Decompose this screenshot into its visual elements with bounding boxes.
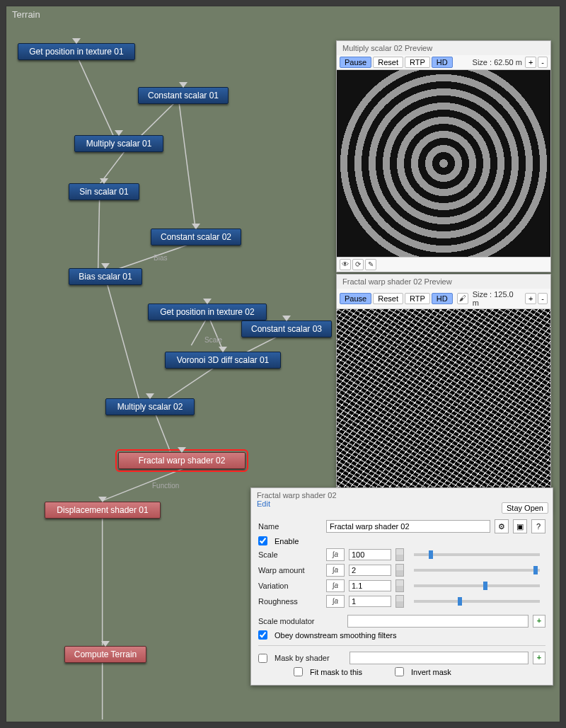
refresh-icon[interactable]: ⟳ (352, 259, 364, 270)
preview2-image[interactable] (337, 309, 550, 496)
enable-checkbox[interactable] (258, 536, 267, 545)
preview2-pause-button[interactable]: Pause (340, 293, 371, 304)
preview1-image[interactable] (337, 70, 550, 257)
parameters-panel-fractal-warp[interactable]: Fractal warp shader 02 Edit Stay Open Na… (250, 487, 553, 686)
invert-mask-label: Invert mask (411, 668, 451, 676)
node-constant-scalar-03[interactable]: Constant scalar 03 (241, 320, 332, 337)
svg-line-1 (141, 99, 179, 137)
obey-checkbox[interactable] (258, 630, 267, 640)
preview2-zoom-in-button[interactable]: + (525, 293, 536, 304)
node-constant-scalar-01[interactable]: Constant scalar 01 (138, 87, 229, 104)
node-fractal-warp-shader-02[interactable]: Fractal warp shader 02 (118, 452, 246, 469)
function-icon[interactable]: ∫a (326, 579, 345, 592)
scale-slider[interactable] (414, 553, 540, 556)
roughness-label: Roughness (258, 597, 322, 606)
variation-input[interactable] (349, 580, 391, 591)
preview1-size-label: Size : 62.50 m (471, 58, 524, 67)
preview1-bottom-bar: 👁 ⟳ ✎ (337, 257, 550, 272)
wire-label-scale: Scale (204, 336, 222, 344)
preview2-size-label: Size : 125.0 m (471, 290, 524, 307)
variation-slider[interactable] (414, 584, 540, 587)
canvas-title: Terrain (12, 9, 40, 20)
roughness-input[interactable] (349, 596, 391, 607)
roughness-spinner[interactable] (395, 595, 404, 608)
enable-label: Enable (275, 537, 299, 545)
help-button[interactable]: ? (531, 519, 545, 533)
name-label: Name (258, 522, 322, 531)
preview2-title: Fractal warp shader 02 Preview (337, 275, 550, 289)
scale-label: Scale (258, 550, 322, 559)
name-input[interactable] (326, 520, 490, 533)
node-sin-scalar-01[interactable]: Sin scalar 01 (69, 183, 139, 200)
preview1-pause-button[interactable]: Pause (340, 57, 371, 68)
preview1-zoom-out-button[interactable]: - (538, 57, 548, 68)
divider (258, 645, 545, 646)
preview1-hd-button[interactable]: HD (432, 57, 453, 68)
variation-label: Variation (258, 582, 322, 590)
preview-fractal-warp-02[interactable]: Fractal warp shader 02 Preview Pause Res… (336, 274, 551, 512)
warp-label: Warp amount (258, 566, 322, 574)
node-bias-scalar-01[interactable]: Bias scalar 01 (69, 268, 142, 285)
preview2-reset-button[interactable]: Reset (373, 293, 403, 304)
add-scale-mod-button[interactable]: + (533, 615, 545, 628)
preview1-title: Multiply scalar 02 Preview (337, 41, 550, 55)
preview1-toolbar: Pause Reset RTP HD Size : 62.50 m + - (337, 55, 550, 70)
function-icon[interactable]: ∫a (326, 548, 345, 561)
function-icon[interactable]: ∫a (326, 595, 345, 608)
svg-line-10 (167, 365, 218, 399)
preview2-zoom-out-button[interactable]: - (538, 293, 548, 304)
preview-multiply-scalar-02[interactable]: Multiply scalar 02 Preview Pause Reset R… (336, 40, 551, 272)
node-get-position-02[interactable]: Get position in texture 02 (148, 304, 267, 320)
preview-icon[interactable]: ▣ (513, 519, 527, 533)
svg-line-4 (98, 197, 100, 269)
function-icon[interactable]: ∫a (326, 564, 345, 577)
svg-line-11 (154, 412, 170, 451)
preview2-rtp-button[interactable]: RTP (405, 293, 430, 304)
svg-line-0 (77, 56, 114, 137)
picker-icon[interactable]: ✎ (365, 259, 376, 270)
svg-line-6 (107, 282, 139, 399)
preview1-reset-button[interactable]: Reset (373, 57, 403, 68)
stay-open-button[interactable]: Stay Open (502, 502, 548, 514)
add-mask-button[interactable]: + (533, 652, 545, 664)
preview2-hd-button[interactable]: HD (432, 293, 453, 304)
wire-label-bias: Bias (154, 254, 167, 262)
obey-label: Obey downstream smoothing filters (275, 631, 396, 640)
scale-input[interactable] (349, 549, 391, 560)
eye-icon[interactable]: 👁 (340, 259, 351, 270)
node-displacement-shader-01[interactable]: Displacement shader 01 (45, 502, 161, 519)
fit-mask-label: Fit mask to this (310, 668, 362, 676)
wire-label-function: Function (152, 482, 179, 490)
warp-spinner[interactable] (395, 564, 404, 577)
warp-slider[interactable] (414, 569, 540, 572)
node-multiply-scalar-02[interactable]: Multiply scalar 02 (105, 398, 195, 415)
node-graph-canvas[interactable]: Terrain Bias Scale Function Get position… (6, 6, 560, 722)
preview1-rtp-button[interactable]: RTP (405, 57, 430, 68)
mask-shader-input[interactable] (350, 652, 529, 664)
edit-link[interactable]: Edit (257, 499, 270, 508)
warp-input[interactable] (349, 565, 391, 576)
node-compute-terrain[interactable]: Compute Terrain (64, 646, 146, 663)
node-get-position-01[interactable]: Get position in texture 01 (18, 43, 135, 60)
mask-checkbox[interactable] (258, 654, 267, 663)
scale-modulator-input[interactable] (347, 615, 529, 628)
node-constant-scalar-02[interactable]: Constant scalar 02 (151, 229, 241, 245)
fit-mask-checkbox[interactable] (294, 667, 303, 676)
scale-mod-label: Scale modulator (258, 617, 343, 625)
param-title: Fractal warp shader 02 (257, 491, 337, 499)
scale-spinner[interactable] (395, 548, 404, 561)
mask-label: Mask by shader (275, 654, 345, 662)
invert-mask-checkbox[interactable] (395, 667, 404, 676)
node-multiply-scalar-01[interactable]: Multiply scalar 01 (74, 135, 163, 152)
roughness-slider[interactable] (414, 600, 540, 603)
brush-icon[interactable]: 🖌 (457, 293, 468, 304)
gear-icon[interactable]: ⚙ (495, 519, 509, 533)
svg-line-2 (178, 99, 195, 230)
preview2-toolbar: Pause Reset RTP HD 🖌 Size : 125.0 m + - (337, 289, 550, 309)
variation-spinner[interactable] (395, 579, 404, 592)
node-voronoi-3d-diff[interactable]: Voronoi 3D diff scalar 01 (165, 352, 281, 369)
preview1-zoom-in-button[interactable]: + (525, 57, 536, 68)
